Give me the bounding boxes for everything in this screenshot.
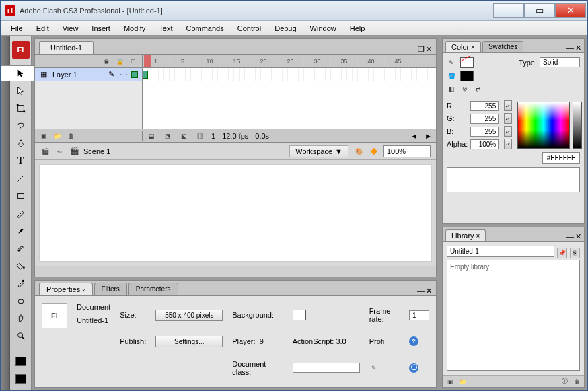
line-tool[interactable]: [13, 170, 29, 186]
type-select[interactable]: [540, 57, 580, 67]
menu-view[interactable]: View: [57, 23, 85, 34]
doc-class-input[interactable]: [293, 363, 360, 373]
tab-library[interactable]: Library ×: [445, 229, 486, 241]
info-icon[interactable]: ⓘ: [409, 363, 418, 373]
doc-restore-icon[interactable]: ❐: [418, 45, 425, 54]
panel-close-icon[interactable]: ✕: [426, 287, 432, 295]
new-layer-button[interactable]: ▣: [39, 131, 48, 141]
menu-control[interactable]: Control: [231, 23, 267, 34]
menu-file[interactable]: File: [5, 23, 29, 34]
swap-icon[interactable]: ⇄: [474, 84, 483, 94]
value-slider[interactable]: [573, 102, 582, 149]
pencil-tool[interactable]: [13, 205, 29, 221]
timeline-ruler[interactable]: 1 5 10 15 20 25 30 35 40 45: [143, 55, 436, 67]
lock-icon[interactable]: 🔒: [115, 57, 124, 66]
menu-insert[interactable]: Insert: [85, 23, 116, 34]
menu-help[interactable]: Help: [344, 23, 371, 34]
rectangle-tool[interactable]: [13, 188, 29, 204]
stroke-swatch[interactable]: [460, 57, 474, 68]
new-symbol-icon[interactable]: ▣: [445, 377, 455, 386]
menu-edit[interactable]: Edit: [30, 23, 55, 34]
back-button[interactable]: ⇐: [55, 147, 65, 156]
workspace-button[interactable]: Workspace▼: [289, 145, 348, 157]
timeline-frames[interactable]: [143, 68, 436, 129]
paint-bucket-tool[interactable]: [13, 258, 29, 274]
stage-scrollbar[interactable]: [35, 266, 436, 277]
stroke-color-swatch[interactable]: [13, 353, 29, 369]
eye-icon[interactable]: ◉: [102, 57, 111, 66]
g-input[interactable]: [470, 114, 499, 124]
hex-value[interactable]: #FFFFFF: [542, 152, 580, 164]
edit-scene-icon[interactable]: 🎨: [354, 147, 363, 156]
r-spinner[interactable]: ▴▾: [504, 100, 512, 111]
timeline-layer[interactable]: ▦ Layer 1 ✎ • •: [35, 68, 142, 81]
bw-icon[interactable]: ◧: [447, 84, 456, 94]
stage[interactable]: [39, 164, 432, 262]
brush-tool[interactable]: [13, 223, 29, 239]
edit-symbol-icon[interactable]: 🔶: [369, 147, 378, 156]
edit-frames-icon[interactable]: ⬕: [179, 131, 188, 141]
ink-bottle-tool[interactable]: [13, 240, 29, 256]
lasso-tool[interactable]: [13, 118, 29, 134]
panel-menu-icon[interactable]: —: [566, 232, 574, 241]
panel-close-icon[interactable]: ✕: [575, 44, 581, 52]
free-transform-tool[interactable]: [13, 100, 29, 116]
tab-swatches[interactable]: Swatches: [482, 41, 523, 52]
panel-minimize-icon[interactable]: —: [417, 287, 425, 295]
menu-window[interactable]: Window: [304, 23, 342, 34]
new-folder-lib-icon[interactable]: 📁: [457, 377, 467, 386]
help-icon[interactable]: ?: [409, 336, 418, 346]
hand-tool[interactable]: [13, 310, 29, 326]
alpha-input[interactable]: [470, 139, 499, 149]
panel-menu-icon[interactable]: —: [566, 44, 574, 52]
edit-class-icon[interactable]: ✎: [369, 363, 379, 373]
g-spinner[interactable]: ▴▾: [504, 113, 512, 124]
background-swatch[interactable]: [293, 310, 306, 320]
doc-minimize-icon[interactable]: —: [409, 45, 416, 54]
menu-text[interactable]: Text: [153, 23, 178, 34]
zoom-tool[interactable]: [13, 328, 29, 344]
color-picker[interactable]: [517, 102, 570, 149]
settings-button[interactable]: Settings...: [155, 336, 223, 347]
tab-parameters[interactable]: Parameters: [128, 283, 178, 295]
new-library-icon[interactable]: ⎘: [570, 248, 580, 258]
document-tab[interactable]: Untitled-1: [39, 41, 94, 54]
new-folder-button[interactable]: 📁: [52, 131, 62, 141]
maximize-button[interactable]: ▭: [524, 3, 555, 18]
r-input[interactable]: [470, 101, 499, 111]
b-input[interactable]: [470, 127, 499, 137]
tab-color[interactable]: Color ×: [445, 41, 481, 52]
zoom-select[interactable]: [383, 145, 431, 157]
nocolor-icon[interactable]: ⊘: [460, 84, 470, 94]
timeline-scroll-right[interactable]: ►: [425, 132, 432, 140]
b-spinner[interactable]: ▴▾: [504, 126, 512, 137]
text-tool[interactable]: T: [13, 153, 29, 169]
menu-commands[interactable]: Commands: [180, 23, 229, 34]
scene-crumb[interactable]: 🎬 Scene 1: [70, 147, 110, 155]
menu-debug[interactable]: Debug: [268, 23, 302, 34]
library-doc-select[interactable]: [447, 246, 554, 257]
framerate-input[interactable]: [409, 310, 429, 320]
alpha-spinner[interactable]: ▴▾: [504, 139, 512, 149]
menu-modify[interactable]: Modify: [118, 23, 151, 34]
onion-skin-icon[interactable]: ⬓: [147, 131, 156, 141]
timeline-toggle-icon[interactable]: 🎬: [40, 147, 50, 156]
tab-filters[interactable]: Filters: [94, 283, 127, 295]
eyedropper-tool[interactable]: [13, 275, 29, 291]
tab-properties[interactable]: Properties ×: [39, 283, 93, 295]
subselection-tool[interactable]: [13, 83, 29, 99]
close-button[interactable]: ✕: [555, 3, 586, 18]
minimize-button[interactable]: —: [493, 3, 524, 18]
panel-close-icon[interactable]: ✕: [575, 232, 581, 241]
size-button[interactable]: 550 x 400 pixels: [155, 310, 223, 321]
properties-lib-icon[interactable]: ⓘ: [560, 377, 569, 386]
pin-library-icon[interactable]: 📌: [557, 248, 567, 258]
library-list[interactable]: Empty library: [447, 260, 580, 371]
doc-close-icon[interactable]: ✕: [426, 45, 432, 54]
fill-swatch[interactable]: [460, 71, 474, 81]
onion-markers-icon[interactable]: ⟦⟧: [195, 131, 205, 141]
delete-lib-icon[interactable]: 🗑: [572, 377, 581, 386]
eraser-tool[interactable]: [13, 293, 29, 309]
delete-layer-button[interactable]: 🗑: [66, 131, 75, 141]
pen-tool[interactable]: [13, 135, 29, 151]
